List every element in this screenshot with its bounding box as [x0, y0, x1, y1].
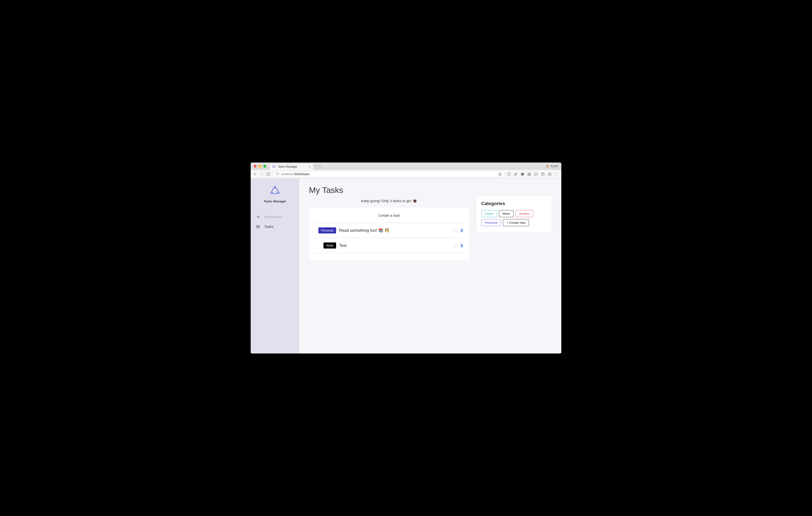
square-extension-icon[interactable] — [521, 172, 524, 176]
help-extension-icon[interactable] — [541, 172, 545, 176]
trash-icon[interactable] — [460, 228, 464, 233]
task-category-badge: Work — [323, 242, 336, 248]
trash-icon[interactable] — [460, 244, 464, 248]
sidebar: Tasks Manager Dashboard Tasks — [251, 179, 299, 353]
bookmark-star-icon[interactable] — [498, 172, 502, 176]
browser-window: Tasks Manager × Kamil localhost:5000/tas… — [251, 163, 561, 353]
download-extension-icon[interactable] — [548, 172, 552, 176]
brand-name: Tasks Manager — [264, 199, 286, 203]
task-complete-checkbox[interactable] — [454, 244, 458, 247]
chat-extension-icon[interactable] — [534, 172, 538, 176]
svg-point-11 — [556, 174, 557, 174]
svg-point-15 — [278, 192, 279, 193]
main-content: My Tasks Keep going! Only 2 tasks to go!… — [299, 179, 561, 353]
task-title: Test — [339, 243, 451, 248]
task-category-badge: Personal — [318, 227, 336, 234]
svg-rect-4 — [521, 173, 524, 175]
sidebar-item-dashboard[interactable]: Dashboard — [256, 215, 294, 219]
browser-toolbar: localhost:5000/tasks — [251, 170, 561, 179]
svg-rect-7 — [534, 173, 538, 175]
task-title: Read something fun! 📚 👯 — [339, 228, 451, 233]
tasks-icon — [256, 224, 260, 229]
task-row: WorkTest — [313, 238, 465, 253]
favicon-icon — [272, 165, 276, 168]
task-actions — [454, 228, 464, 233]
svg-rect-17 — [257, 226, 257, 227]
browser-tab[interactable]: Tasks Manager × — [270, 163, 313, 170]
create-task-button[interactable]: Create a task — [313, 213, 465, 223]
svg-rect-16 — [257, 225, 257, 226]
svg-rect-20 — [258, 226, 260, 227]
minimize-window-button[interactable] — [258, 165, 261, 168]
tasks-remaining-text: Keep going! Only 2 tasks to go! 👏🏿 — [309, 199, 469, 203]
home-icon — [256, 215, 260, 219]
tasks-card: Create a task PersonalRead something fun… — [309, 208, 469, 261]
site-info-icon[interactable] — [276, 172, 279, 176]
window-controls — [254, 165, 266, 168]
menu-icon[interactable] — [554, 172, 558, 176]
tasks-column: My Tasks Keep going! Only 2 tasks to go!… — [309, 185, 469, 261]
reload-button[interactable] — [266, 172, 270, 176]
category-pill-studies[interactable]: Studies — [516, 210, 533, 217]
pin-extension-icon[interactable] — [514, 172, 518, 176]
svg-rect-18 — [257, 227, 257, 228]
browser-profile[interactable]: Kamil — [546, 164, 558, 168]
address-bar[interactable]: localhost:5000/tasks — [273, 171, 504, 178]
categories-title: Categories — [481, 201, 547, 206]
back-button[interactable] — [253, 172, 257, 176]
brand: Tasks Manager — [251, 184, 299, 208]
svg-rect-19 — [258, 225, 260, 226]
svg-rect-5 — [528, 173, 531, 175]
close-window-button[interactable] — [254, 165, 257, 168]
category-pill-home[interactable]: Home — [481, 210, 497, 217]
categories-list: HomeWorkStudiesPersonal+ Create new — [481, 210, 547, 226]
tab-close-icon[interactable]: × — [309, 165, 311, 168]
tasks-list: PersonalRead something fun! 📚 👯WorkTest — [313, 223, 465, 253]
sidebar-item-label: Tasks — [264, 225, 273, 228]
task-badge-wrap: Work — [314, 242, 336, 248]
create-category-button[interactable]: + Create new — [503, 219, 529, 226]
svg-point-6 — [529, 174, 530, 175]
profile-icon — [546, 164, 549, 168]
logo-icon — [269, 184, 281, 196]
sidebar-item-label: Dashboard — [264, 215, 282, 219]
app-root: Tasks Manager Dashboard Tasks — [251, 179, 561, 353]
toolbar-extensions — [507, 172, 558, 176]
url-path: :5000/tasks — [293, 172, 310, 176]
tab-title: Tasks Manager — [278, 165, 307, 168]
browser-tab-strip: Tasks Manager × Kamil — [251, 163, 561, 170]
url-text: localhost:5000/tasks — [281, 172, 310, 176]
page-title: My Tasks — [309, 185, 469, 195]
task-actions — [454, 244, 464, 248]
svg-rect-21 — [258, 228, 260, 228]
maximize-window-button[interactable] — [263, 165, 266, 168]
svg-marker-3 — [498, 172, 501, 175]
categories-panel: Categories HomeWorkStudiesPersonal+ Crea… — [476, 196, 552, 232]
shield-extension-icon[interactable] — [507, 172, 511, 176]
task-badge-wrap: Personal — [314, 227, 336, 234]
category-pill-work[interactable]: Work — [499, 210, 514, 217]
svg-point-14 — [271, 192, 272, 193]
category-pill-personal[interactable]: Personal — [481, 219, 501, 226]
sidebar-item-tasks[interactable]: Tasks — [256, 224, 294, 229]
profile-name: Kamil — [551, 164, 558, 168]
task-row: PersonalRead something fun! 📚 👯 — [313, 223, 465, 238]
camera-extension-icon[interactable] — [527, 172, 531, 176]
svg-point-10 — [556, 173, 557, 173]
url-host: localhost — [281, 172, 293, 176]
new-tab-button[interactable] — [314, 164, 322, 169]
svg-point-12 — [556, 175, 557, 175]
task-complete-checkbox[interactable] — [454, 229, 458, 232]
svg-point-13 — [274, 186, 276, 188]
svg-rect-0 — [273, 166, 276, 168]
sidebar-nav: Dashboard Tasks — [251, 215, 299, 229]
forward-button[interactable] — [259, 172, 264, 176]
